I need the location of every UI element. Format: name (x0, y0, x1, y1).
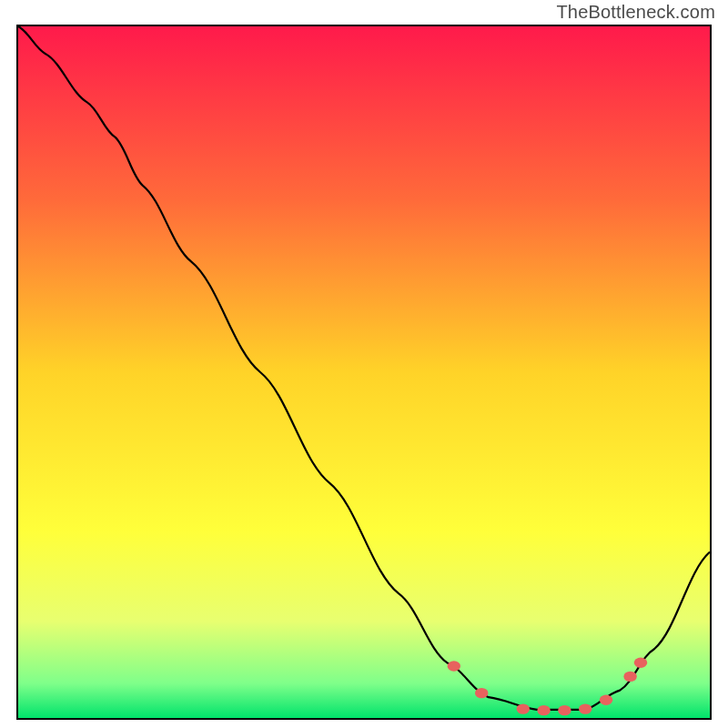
highlight-dot (475, 688, 488, 698)
highlight-dot (558, 705, 571, 715)
chart-curve-layer (18, 26, 710, 718)
watermark-text: TheBottleneck.com (556, 2, 715, 23)
highlight-dot (600, 695, 612, 705)
plot-area (16, 25, 712, 720)
highlight-dots (448, 658, 648, 716)
highlight-dot (537, 705, 550, 715)
highlight-dot (623, 672, 636, 682)
chart-container: TheBottleneck.com (0, 0, 728, 728)
highlight-dot (579, 703, 592, 713)
highlight-dot (448, 661, 460, 671)
highlight-dot (634, 658, 647, 668)
bottleneck-curve (18, 26, 710, 710)
highlight-dot (517, 703, 530, 713)
